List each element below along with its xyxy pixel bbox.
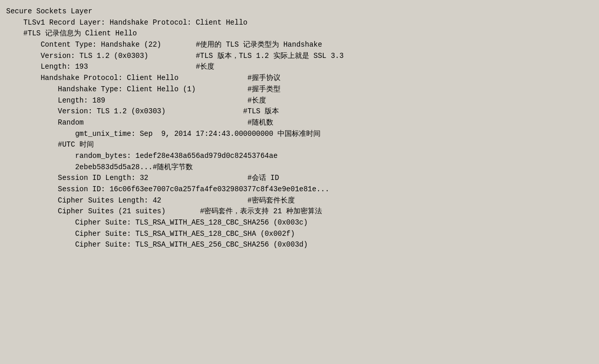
main-content: Secure Sockets Layer TLSv1 Record Layer:… — [6, 4, 593, 253]
packet-line: random_bytes: 1edef28e438a656ad979d0c824… — [6, 151, 593, 162]
packet-line: #UTC 时间 — [6, 139, 593, 151]
packet-line: 2ebeb583d5d5a28...#随机字节数 — [6, 162, 593, 173]
packet-line: Content Type: Handshake (22) #使用的 TLS 记录… — [6, 39, 593, 51]
packet-line: TLSv1 Record Layer: Handshake Protocol: … — [6, 17, 593, 29]
packet-line: #TLS 记录信息为 Client Hello — [6, 28, 593, 39]
packet-data-display: Secure Sockets Layer TLSv1 Record Layer:… — [6, 6, 593, 251]
packet-line: Random #随机数 — [6, 117, 593, 129]
packet-line: Secure Sockets Layer — [6, 6, 593, 17]
packet-line: Length: 193 #长度 — [6, 62, 593, 73]
packet-line: gmt_unix_time: Sep 9, 2014 17:24:43.0000… — [6, 129, 593, 140]
packet-line: Cipher Suite: TLS_RSA_WITH_AES_128_CBC_S… — [6, 229, 593, 240]
packet-line: Session ID: 16c06f63ee7007c0a257fa4fe032… — [6, 184, 593, 195]
packet-line: Session ID Length: 32 #会话 ID — [6, 173, 593, 184]
packet-line: Cipher Suites Length: 42 #密码套件长度 — [6, 195, 593, 207]
packet-line: Handshake Type: Client Hello (1) #握手类型 — [6, 84, 593, 95]
packet-line: Cipher Suite: TLS_RSA_WITH_AES_256_CBC_S… — [6, 239, 593, 251]
packet-line: Handshake Protocol: Client Hello #握手协议 — [6, 73, 593, 84]
packet-line: Version: TLS 1.2 (0x0303) #TLS 版本 — [6, 106, 593, 117]
packet-line: Length: 189 #长度 — [6, 95, 593, 107]
packet-line: Version: TLS 1.2 (0x0303) #TLS 版本，TLS 1.… — [6, 51, 593, 62]
packet-line: Cipher Suite: TLS_RSA_WITH_AES_128_CBC_S… — [6, 217, 593, 229]
packet-line: Cipher Suites (21 suites) #密码套件，表示支持 21 … — [6, 206, 593, 217]
